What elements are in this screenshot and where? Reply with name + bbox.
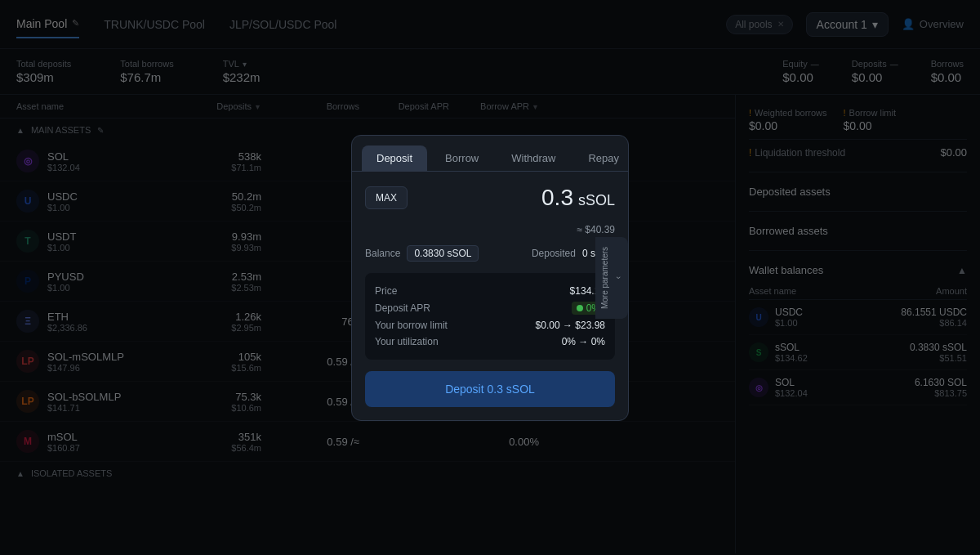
balance-row: Balance 0.3830 sSOL Deposited 0 sSOL <box>365 245 615 262</box>
amount-usd: ≈ $40.39 <box>365 224 615 235</box>
amount-number: 0.3 <box>541 185 573 211</box>
amount-display: 0.3 sSOL <box>416 185 615 211</box>
balance-value: 0.3830 sSOL <box>407 245 479 262</box>
modal-body: MAX 0.3 sSOL ≈ $40.39 Balance 0.3830 sSO… <box>352 172 628 420</box>
modal-info: Price $134.12 Deposit APR 0% Your borrow… <box>365 273 615 360</box>
modal-tab-borrow[interactable]: Borrow <box>430 145 493 171</box>
deposit-cta-button[interactable]: Deposit 0.3 sSOL <box>365 371 615 407</box>
balance-label: Balance <box>365 248 400 259</box>
max-button[interactable]: MAX <box>365 186 408 209</box>
info-apr-row: Deposit APR 0% <box>375 299 605 317</box>
amount-row: MAX 0.3 sSOL <box>365 185 615 211</box>
modal-utilization-value: 0% → 0% <box>562 336 605 347</box>
amount-token: sSOL <box>578 192 615 209</box>
modal-overlay[interactable]: Deposit Borrow Withdraw Repay MAX 0.3 sS… <box>0 0 980 555</box>
info-borrow-limit-row: Your borrow limit $0.00 → $23.98 <box>375 317 605 333</box>
info-utilization-row: Your utilization 0% → 0% <box>375 333 605 350</box>
deposited-label: Deposited <box>532 248 576 259</box>
more-params-label: More parameters <box>600 246 609 308</box>
chevron-right-icon: › <box>614 276 623 279</box>
more-params-panel[interactable]: › More parameters <box>595 236 628 318</box>
modal-borrow-limit-value: $0.00 → $23.98 <box>536 320 605 331</box>
modal-tab-withdraw[interactable]: Withdraw <box>497 145 570 171</box>
modal-tab-repay[interactable]: Repay <box>573 145 629 171</box>
apr-dot-icon <box>577 305 583 311</box>
modal-tab-deposit[interactable]: Deposit <box>362 145 427 171</box>
deposit-modal: Deposit Borrow Withdraw Repay MAX 0.3 sS… <box>351 135 629 421</box>
info-price-row: Price $134.12 <box>375 283 605 299</box>
modal-tabs: Deposit Borrow Withdraw Repay <box>352 136 628 172</box>
